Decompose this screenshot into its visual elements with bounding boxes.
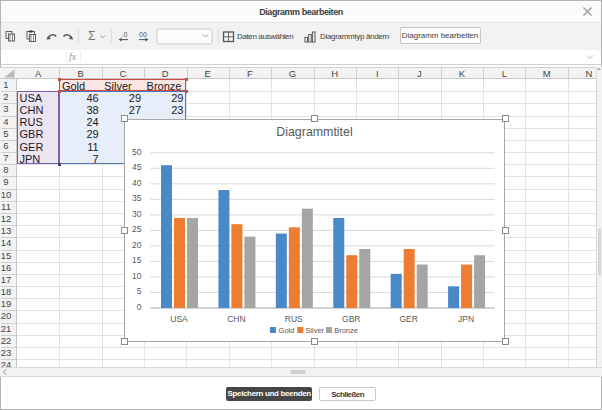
svg-text:30: 30 — [132, 208, 142, 218]
svg-text:Diagrammtitel: Diagrammtitel — [276, 125, 352, 139]
svg-text:5: 5 — [137, 286, 142, 296]
svg-text:50: 50 — [132, 146, 142, 156]
svg-text:Σ: Σ — [88, 29, 95, 43]
svg-text:GER: GER — [399, 313, 417, 323]
svg-text:15: 15 — [132, 255, 142, 265]
svg-text:GBR: GBR — [342, 313, 360, 323]
svg-text:RUS: RUS — [285, 313, 303, 323]
svg-text:20: 20 — [132, 239, 142, 249]
svg-text:Bronze: Bronze — [334, 325, 358, 334]
svg-text:CHN: CHN — [227, 313, 245, 323]
svg-text:JPN: JPN — [458, 313, 474, 323]
svg-text:40: 40 — [132, 177, 142, 187]
svg-text:00: 00 — [139, 31, 147, 38]
svg-text:25: 25 — [132, 224, 142, 234]
svg-text:.0: .0 — [122, 31, 128, 38]
svg-text:35: 35 — [132, 193, 142, 203]
svg-text:Gold: Gold — [279, 325, 295, 334]
svg-text:USA: USA — [170, 313, 188, 323]
svg-text:0: 0 — [137, 301, 142, 311]
svg-text:45: 45 — [132, 162, 142, 172]
svg-text:Silver: Silver — [305, 325, 324, 334]
svg-text:10: 10 — [132, 270, 142, 280]
